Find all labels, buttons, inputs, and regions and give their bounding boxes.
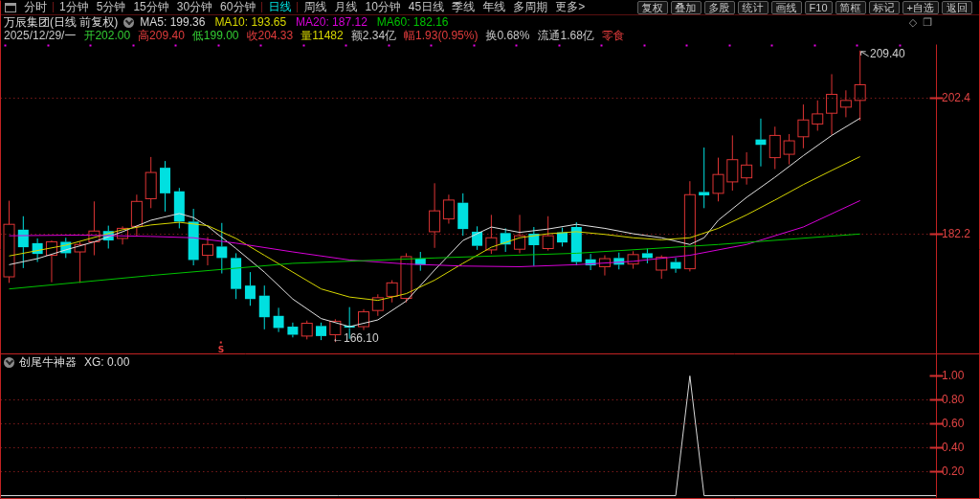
indicator-name: 创尾牛神器 xyxy=(19,354,77,371)
indicator-axis-label-4: 0.20 xyxy=(942,465,964,478)
indicator-axis-label-0: 1.00 xyxy=(942,369,964,382)
quote-change: 幅1.93(0.95%) xyxy=(404,28,478,44)
window-control-icon-1[interactable]: ❐ xyxy=(923,16,932,29)
quote-amount: 额2.34亿 xyxy=(351,28,396,44)
toolbar-button-0[interactable]: 复权 xyxy=(637,1,668,14)
period-tab-9[interactable]: 10分钟 xyxy=(365,0,400,14)
high-price-label: 209.40 xyxy=(870,47,905,60)
app-window: 分时1分钟5分钟15分钟30分钟60分钟日线周线月线10分钟45日线季线年线多周… xyxy=(0,0,980,499)
window-control-icons: ◇❐ xyxy=(909,16,932,29)
period-tab-8[interactable]: 月线 xyxy=(334,0,357,14)
quote-high: 高209.40 xyxy=(138,28,185,44)
quote-low: 低199.00 xyxy=(192,28,239,44)
toolbar-button-7[interactable]: 标记 xyxy=(869,1,900,14)
period-tab-12[interactable]: 年线 xyxy=(482,0,505,14)
window-control-icon-0[interactable]: ◇ xyxy=(909,16,917,29)
toolbar: 分时1分钟5分钟15分钟30分钟60分钟日线周线月线10分钟45日线季线年线多周… xyxy=(0,0,978,14)
price-axis-label-1: 182.2 xyxy=(942,227,970,240)
toolbar-separator xyxy=(53,2,54,12)
indicator-axis-label-1: 0.80 xyxy=(942,393,964,406)
quote-float: 流通1.68亿 xyxy=(537,28,593,44)
period-tab-10[interactable]: 45日线 xyxy=(409,0,444,14)
price-axis-label-0: 202.4 xyxy=(942,91,970,104)
chevron-down-icon[interactable] xyxy=(4,357,14,368)
quote-date: 2025/12/29/一 xyxy=(4,28,76,44)
toolbar-button-5[interactable]: F10 xyxy=(805,1,833,14)
chart-canvas[interactable] xyxy=(0,0,980,499)
indicator-reading: XG: 0.00 xyxy=(84,355,129,369)
chevron-down-icon[interactable] xyxy=(123,17,134,28)
quote-turnover: 换0.68% xyxy=(485,28,529,44)
toolbar-button-8[interactable]: +自选 xyxy=(902,1,939,14)
period-tab-3[interactable]: 15分钟 xyxy=(133,0,168,14)
toolbar-button-4[interactable]: 画线 xyxy=(771,1,802,14)
toolbar-button-1[interactable]: 叠加 xyxy=(671,1,702,14)
period-tab-6[interactable]: 日线 xyxy=(268,0,291,14)
toolbar-button-3[interactable]: 统计 xyxy=(738,1,768,14)
toolbar-separator xyxy=(261,2,262,12)
indicator-axis-label-3: 0.40 xyxy=(942,441,964,454)
period-tab-2[interactable]: 5分钟 xyxy=(97,0,126,14)
period-tab-0[interactable]: 分时 xyxy=(24,0,47,14)
low-price-label: ←166.10 xyxy=(332,331,379,345)
indicator-axis-label-2: 0.60 xyxy=(942,417,964,430)
toolbar-buttons: 复权叠加多股统计画线F10简框标记+自选返回 xyxy=(635,1,972,14)
period-tab-7[interactable]: 周线 xyxy=(303,0,326,14)
toolbar-button-9[interactable]: 返回 xyxy=(942,1,972,14)
period-tab-5[interactable]: 60分钟 xyxy=(220,0,256,14)
quote-open: 开202.00 xyxy=(83,28,130,44)
period-tab-4[interactable]: 30分钟 xyxy=(177,0,212,14)
toolbar-button-6[interactable]: 简框 xyxy=(835,1,866,14)
period-tab-13[interactable]: 多周期 xyxy=(513,0,547,14)
toolbar-separator xyxy=(297,2,298,12)
indicator-header: 创尾牛神器 XG: 0.00 xyxy=(3,355,129,369)
toolbar-button-2[interactable]: 多股 xyxy=(704,1,735,14)
quote-industry: 零食 xyxy=(602,28,625,44)
period-tab-14[interactable]: 更多> xyxy=(555,0,585,14)
period-tab-1[interactable]: 1分钟 xyxy=(59,0,89,14)
quote-volume: 量11482 xyxy=(301,28,343,44)
quote-row: 2025/12/29/一开202.00高209.40低199.00收204.33… xyxy=(0,29,972,42)
period-tab-11[interactable]: 季线 xyxy=(452,0,475,14)
quote-close: 收204.33 xyxy=(247,28,294,44)
period-tabs: 分时1分钟5分钟15分钟30分钟60分钟日线周线月线10分钟45日线季线年线多周… xyxy=(20,0,589,14)
window-icon[interactable] xyxy=(5,3,16,12)
